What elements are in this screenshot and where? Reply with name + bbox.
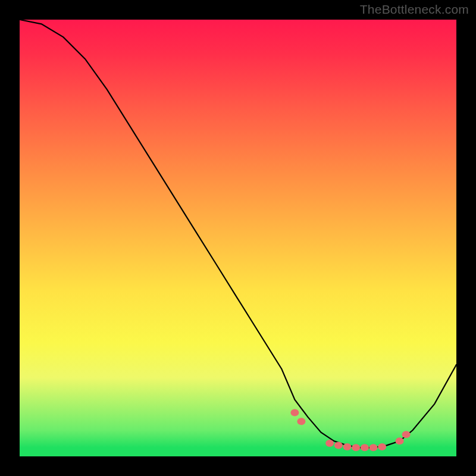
- highlight-dot: [343, 443, 352, 450]
- chart-svg: [20, 20, 456, 456]
- bottleneck-curve: [20, 20, 456, 447]
- frame: TheBottleneck.com: [0, 0, 476, 476]
- highlight-dot: [369, 444, 378, 451]
- highlight-dot: [402, 431, 411, 438]
- highlight-dot: [325, 440, 334, 447]
- highlight-dot: [361, 444, 369, 451]
- plot-area: [20, 20, 456, 456]
- highlight-dot: [378, 443, 386, 450]
- highlight-dot: [290, 409, 299, 416]
- highlight-dot: [396, 437, 404, 444]
- highlight-dot: [334, 442, 343, 449]
- watermark-text: TheBottleneck.com: [360, 2, 469, 17]
- highlight-dot: [297, 418, 305, 425]
- highlight-dots-group: [290, 409, 410, 452]
- highlight-dot: [352, 444, 360, 451]
